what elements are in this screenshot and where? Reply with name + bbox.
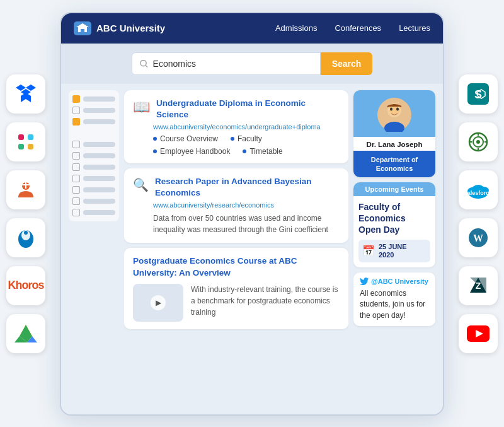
result-2-icon: 🔍 (133, 177, 149, 192)
result-3-title[interactable]: Postgraduate Economics Course at ABC Uni… (133, 255, 340, 278)
svg-rect-7 (18, 144, 24, 149)
svg-rect-8 (28, 144, 33, 149)
twitter-tweet-text: All economics students, join us for the … (360, 288, 429, 321)
video-text: With industry-relevant training, the cou… (191, 284, 340, 318)
sidebar-line-1 (83, 97, 115, 102)
svg-point-14 (24, 231, 28, 235)
sidebar-line-7 (83, 176, 115, 181)
sidebar-checkbox-6[interactable] (72, 163, 80, 171)
result-1-icon: 📖 (133, 99, 150, 115)
play-icon[interactable]: ▶ (151, 295, 166, 310)
avatar (377, 98, 411, 132)
svg-point-32 (476, 140, 480, 144)
main-results: 📖 Undergraduate Diploma in Economic Scie… (124, 90, 348, 408)
people-icon[interactable] (6, 170, 45, 209)
sidebar-line-10 (83, 210, 115, 215)
browser-window: ABC University Admissions Conferences Le… (60, 12, 444, 416)
search-button[interactable]: Search (321, 52, 373, 75)
video-card: ▶ With industry-relevant training, the c… (133, 284, 340, 322)
twitter-handle[interactable]: @ABC University (360, 278, 429, 285)
bullet-2 (231, 137, 234, 141)
sidebar-checkbox-7[interactable] (72, 175, 80, 182)
right-icon-panel: S salesforce (459, 74, 498, 353)
university-logo-icon (74, 21, 91, 35)
result-1-links: Course Overview Faculty Employee Handboo… (153, 134, 340, 156)
sidebar-item-9 (72, 197, 115, 205)
profile-name: Dr. Lana Joseph (353, 137, 435, 151)
upcoming-date-text: 25 JUNE2020 (379, 243, 407, 259)
sidebar-item-3 (72, 118, 115, 126)
khoros-label: Khoros (8, 279, 44, 292)
wordpress-icon[interactable]: W (459, 218, 498, 257)
slack-icon[interactable] (6, 122, 45, 161)
svg-text:salesforce: salesforce (466, 190, 490, 196)
svg-rect-5 (18, 134, 24, 140)
drive-icon[interactable] (6, 314, 45, 353)
search-input[interactable] (153, 59, 312, 69)
nav-conferences[interactable]: Conferences (335, 23, 381, 33)
nav-bar: ABC University Admissions Conferences Le… (61, 13, 443, 44)
result-2-title[interactable]: Research Paper in Advanced Bayesian Econ… (155, 176, 340, 199)
video-thumbnail[interactable]: ▶ (133, 284, 183, 322)
result-3-header: Postgraduate Economics Course at ABC Uni… (133, 255, 340, 278)
sidebar-checkbox-3[interactable] (72, 118, 80, 126)
svg-marker-4 (26, 93, 31, 102)
result-1-header: 📖 Undergraduate Diploma in Economic Scie… (133, 98, 340, 120)
link-label-faculty: Faculty (238, 134, 262, 143)
link-employee-handbook[interactable]: Employee Handbook (153, 147, 230, 156)
youtube-icon[interactable] (459, 314, 498, 353)
search-area: Search (61, 44, 443, 84)
drupal-icon[interactable] (6, 218, 45, 257)
sidebar-checkbox-8[interactable] (72, 186, 80, 194)
link-faculty[interactable]: Faculty (231, 134, 262, 143)
svg-marker-0 (16, 85, 26, 91)
sidebar-line-8 (83, 187, 115, 192)
upcoming-date: 📅 25 JUNE2020 (358, 240, 430, 262)
result-1-url[interactable]: www.abcuniversity/economics/undergraduat… (153, 123, 340, 131)
profile-header (353, 90, 435, 137)
link-label-employee-handbook: Employee Handbook (160, 147, 230, 156)
svg-line-21 (146, 65, 147, 67)
result-card-2: 🔍 Research Paper in Advanced Bayesian Ec… (124, 168, 348, 243)
salesforce-icon[interactable]: salesforce (459, 170, 498, 209)
sidebar-checkbox-2[interactable] (72, 107, 80, 114)
content-area: 📖 Undergraduate Diploma in Economic Scie… (61, 84, 443, 414)
zendesk-icon[interactable]: Z (459, 266, 498, 305)
result-2-url[interactable]: www.abcuniversity/research/economics (153, 201, 340, 209)
bullet-1 (153, 137, 157, 141)
profile-card: Dr. Lana Joseph Department of Economics (353, 90, 435, 178)
sidebar-item-1 (72, 95, 115, 103)
sidebar-item-6 (72, 163, 115, 171)
sharepoint-icon[interactable]: S (459, 74, 498, 114)
targeting-icon[interactable] (459, 122, 498, 161)
outer-container: Khoros ABC University (0, 0, 504, 427)
sidebar-checkbox-1[interactable] (72, 95, 80, 103)
link-label-timetable: Timetable (249, 147, 282, 156)
svg-point-20 (140, 60, 146, 66)
left-icon-panel: Khoros (6, 74, 45, 353)
link-timetable[interactable]: Timetable (243, 147, 282, 156)
sidebar-checkbox-9[interactable] (72, 197, 80, 205)
twitter-card: @ABC University All economics students, … (353, 272, 435, 326)
khoros-icon[interactable]: Khoros (6, 266, 45, 305)
nav-admissions[interactable]: Admissions (275, 23, 317, 33)
upcoming-event-title[interactable]: Faculty of Economics Open Day (358, 201, 430, 236)
svg-text:W: W (473, 233, 483, 243)
link-course-overview[interactable]: Course Overview (153, 134, 218, 143)
sidebar-checkbox-5[interactable] (72, 152, 80, 160)
sidebar-line-5 (83, 153, 115, 158)
dropbox-icon[interactable] (6, 74, 45, 114)
nav-logo: ABC University (74, 21, 165, 35)
svg-marker-3 (21, 93, 26, 102)
sidebar-list (69, 90, 119, 221)
sidebar-item-5 (72, 152, 115, 160)
search-icon (140, 59, 148, 68)
sidebar-checkbox-4[interactable] (72, 141, 80, 148)
dept-badge: Department of Economics (353, 151, 435, 178)
sidebar-checkbox-10[interactable] (72, 209, 80, 216)
bullet-3 (153, 149, 157, 153)
nav-lectures[interactable]: Lectures (399, 23, 430, 33)
sidebar-line-6 (83, 165, 115, 170)
university-name: ABC University (96, 23, 165, 33)
result-1-title[interactable]: Undergraduate Diploma in Economic Scienc… (156, 98, 340, 120)
